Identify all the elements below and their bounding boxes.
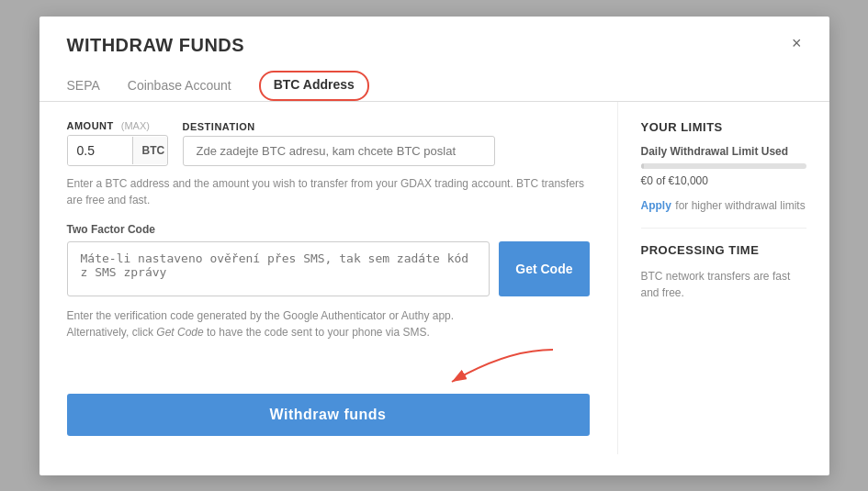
close-button[interactable]: × <box>792 35 802 51</box>
destination-label: DESTINATION <box>183 121 495 132</box>
tab-coinbase[interactable]: Coinbase Account <box>128 71 231 102</box>
apply-row: Apply for higher withdrawal limits <box>641 196 806 213</box>
btc-hint: Enter a BTC address and the amount you w… <box>67 175 590 208</box>
daily-label: Daily Withdrawal Limit Used <box>641 145 806 158</box>
amount-unit: BTC <box>132 137 168 164</box>
destination-group: DESTINATION <box>183 121 495 166</box>
modal-overlay: WITHDRAW FUNDS × SEPA Coinbase Account B… <box>0 0 868 491</box>
amount-group: AMOUNT (MAX) BTC <box>67 120 168 166</box>
destination-input[interactable] <box>183 136 495 166</box>
tab-btc[interactable]: BTC Address <box>259 71 369 101</box>
tfa-input[interactable] <box>67 241 490 296</box>
tab-sepa[interactable]: SEPA <box>67 71 100 102</box>
modal-body: AMOUNT (MAX) BTC DESTINATION Ente <box>39 102 829 454</box>
progress-bar-fill <box>641 163 645 169</box>
modal-title: WITHDRAW FUNDS <box>67 35 245 56</box>
sidebar-divider <box>641 228 806 229</box>
processing-title: PROCESSING TIME <box>641 243 806 257</box>
progress-bar-bg <box>641 163 806 169</box>
max-label: (MAX) <box>121 120 150 131</box>
modal-main: AMOUNT (MAX) BTC DESTINATION Ente <box>39 102 618 454</box>
amount-input[interactable] <box>68 136 132 165</box>
processing-text: BTC network transfers are fast and free. <box>641 268 806 301</box>
get-code-button[interactable]: Get Code <box>499 241 589 296</box>
arrow-area <box>67 350 590 386</box>
tfa-label: Two Factor Code <box>67 223 590 236</box>
apply-text: for higher withdrawal limits <box>675 199 805 212</box>
amount-label-row: AMOUNT (MAX) <box>67 120 168 131</box>
tfa-row: Get Code <box>67 241 590 296</box>
modal-sidebar: YOUR LIMITS Daily Withdrawal Limit Used … <box>618 102 829 454</box>
amount-label: AMOUNT <box>67 120 114 131</box>
arrow-icon <box>397 345 562 391</box>
limit-text: €0 of €10,000 <box>641 174 806 187</box>
modal-header: WITHDRAW FUNDS × <box>39 17 829 56</box>
tfa-hint: Enter the verification code generated by… <box>67 307 590 340</box>
limits-title: YOUR LIMITS <box>641 120 806 134</box>
amount-input-wrap: BTC <box>67 135 168 166</box>
withdraw-button[interactable]: Withdraw funds <box>67 394 590 436</box>
amount-destination-row: AMOUNT (MAX) BTC DESTINATION <box>67 120 590 166</box>
withdraw-modal: WITHDRAW FUNDS × SEPA Coinbase Account B… <box>39 17 829 475</box>
apply-link[interactable]: Apply <box>641 199 671 212</box>
tabs-bar: SEPA Coinbase Account BTC Address <box>39 71 829 102</box>
